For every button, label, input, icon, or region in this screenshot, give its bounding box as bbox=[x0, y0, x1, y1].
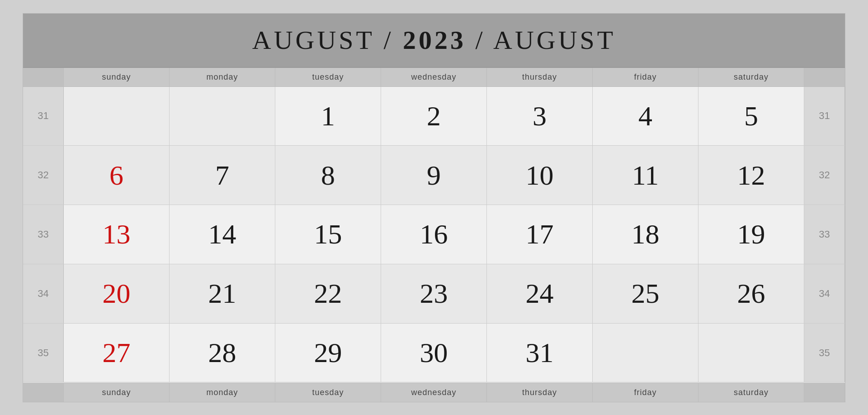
day-cell-20: 20 bbox=[64, 264, 170, 323]
header-title: AUGUST / 2023 / AUGUST bbox=[252, 25, 616, 55]
week-num-32: 32 bbox=[23, 146, 64, 205]
day-cell-22: 22 bbox=[275, 264, 381, 323]
footer-thursday: thursday bbox=[487, 383, 593, 402]
day-cell-24: 24 bbox=[487, 264, 593, 323]
day-cell-9: 9 bbox=[381, 146, 487, 205]
week-num-31-right: 31 bbox=[804, 87, 845, 146]
footer-friday: friday bbox=[593, 383, 698, 402]
year: 2023 bbox=[403, 25, 466, 55]
day-headers-bottom: sunday monday tuesday wednesday thursday… bbox=[23, 383, 845, 402]
day-cell-6: 6 bbox=[64, 146, 170, 205]
day-cell-29: 29 bbox=[275, 324, 381, 382]
sep1: / bbox=[374, 25, 403, 55]
day-cell-18: 18 bbox=[593, 205, 698, 264]
day-cell-2: 2 bbox=[381, 87, 487, 146]
day-cell-14: 14 bbox=[170, 205, 275, 264]
day-cell-30: 30 bbox=[381, 324, 487, 382]
corner-bottom-left bbox=[23, 383, 64, 402]
week-num-33-right: 33 bbox=[804, 205, 845, 264]
day-cell-empty-fri bbox=[593, 324, 698, 382]
week-row-31: 31 1 2 3 4 5 31 bbox=[23, 87, 845, 146]
week-num-34: 34 bbox=[23, 264, 64, 323]
day-cell-4: 4 bbox=[593, 87, 698, 146]
week-num-31: 31 bbox=[23, 87, 64, 146]
day-cell-27: 27 bbox=[64, 324, 170, 382]
day-cell-16: 16 bbox=[381, 205, 487, 264]
corner-top-right bbox=[804, 68, 845, 86]
week-num-33: 33 bbox=[23, 205, 64, 264]
day-cell-15: 15 bbox=[275, 205, 381, 264]
day-cell-3: 3 bbox=[487, 87, 593, 146]
footer-sunday: sunday bbox=[64, 383, 170, 402]
footer-tuesday: tuesday bbox=[275, 383, 381, 402]
day-cell-8: 8 bbox=[275, 146, 381, 205]
day-cell-empty bbox=[64, 87, 170, 146]
day-cell-21: 21 bbox=[170, 264, 275, 323]
day-cell-5: 5 bbox=[698, 87, 804, 146]
day-cell-empty bbox=[170, 87, 275, 146]
corner-top-left bbox=[23, 68, 64, 86]
day-cell-25: 25 bbox=[593, 264, 698, 323]
day-cell-26: 26 bbox=[698, 264, 804, 323]
header-wednesday: wednesday bbox=[381, 68, 487, 86]
week-num-32-right: 32 bbox=[804, 146, 845, 205]
week-row-35: 35 27 28 29 30 31 35 bbox=[23, 324, 845, 383]
day-cell-7: 7 bbox=[170, 146, 275, 205]
day-cell-19: 19 bbox=[698, 205, 804, 264]
footer-saturday: saturday bbox=[698, 383, 804, 402]
week-num-34-right: 34 bbox=[804, 264, 845, 323]
sep2: / bbox=[466, 25, 493, 55]
day-cell-11: 11 bbox=[593, 146, 698, 205]
calendar-body: sunday monday tuesday wednesday thursday… bbox=[23, 68, 845, 402]
month-right: AUGUST bbox=[493, 25, 616, 55]
day-cell-13: 13 bbox=[64, 205, 170, 264]
week-row-32: 32 6 7 8 9 10 11 12 32 bbox=[23, 146, 845, 205]
day-cell-empty-sat bbox=[698, 324, 804, 382]
header-friday: friday bbox=[593, 68, 698, 86]
day-cell-23: 23 bbox=[381, 264, 487, 323]
day-cell-12: 12 bbox=[698, 146, 804, 205]
header-saturday: saturday bbox=[698, 68, 804, 86]
week-num-35-right: 35 bbox=[804, 324, 845, 382]
header-sunday: sunday bbox=[64, 68, 170, 86]
week-row-33: 33 13 14 15 16 17 18 19 33 bbox=[23, 205, 845, 264]
footer-monday: monday bbox=[170, 383, 275, 402]
week-num-35: 35 bbox=[23, 324, 64, 382]
header-tuesday: tuesday bbox=[275, 68, 381, 86]
calendar: AUGUST / 2023 / AUGUST sunday monday tue… bbox=[23, 13, 845, 402]
calendar-grid: 31 1 2 3 4 5 31 32 6 7 8 9 10 11 12 32 bbox=[23, 87, 845, 383]
header-monday: monday bbox=[170, 68, 275, 86]
footer-wednesday: wednesday bbox=[381, 383, 487, 402]
week-row-34: 34 20 21 22 23 24 25 26 34 bbox=[23, 264, 845, 324]
day-cell-10: 10 bbox=[487, 146, 593, 205]
day-cell-1: 1 bbox=[275, 87, 381, 146]
corner-bottom-right bbox=[804, 383, 845, 402]
day-cell-17: 17 bbox=[487, 205, 593, 264]
day-cell-31: 31 bbox=[487, 324, 593, 382]
calendar-header: AUGUST / 2023 / AUGUST bbox=[23, 14, 845, 68]
day-headers-top: sunday monday tuesday wednesday thursday… bbox=[23, 68, 845, 87]
day-cell-28: 28 bbox=[170, 324, 275, 382]
month-left: AUGUST bbox=[252, 25, 374, 55]
header-thursday: thursday bbox=[487, 68, 593, 86]
